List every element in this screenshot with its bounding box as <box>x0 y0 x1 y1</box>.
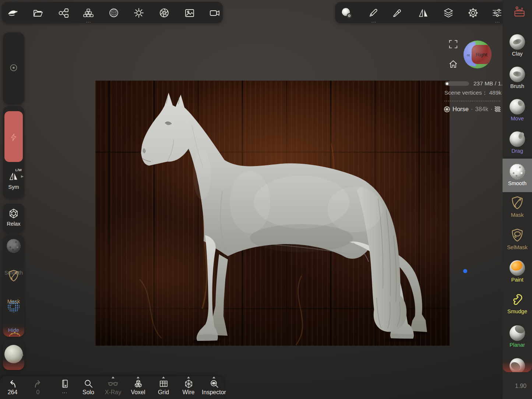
topology-more-dots: ... <box>86 19 91 23</box>
quick-smooth-icon <box>7 239 21 253</box>
redo-icon <box>33 379 43 389</box>
paint-sphere-icon <box>510 260 525 276</box>
history-button[interactable]: ... <box>53 379 77 394</box>
symmetry-icon[interactable] <box>417 7 430 19</box>
quick-tools-panel: Smooth Mask Hide <box>3 235 24 337</box>
bottom-toolbar: 264 0 ... Solo X-Ray Voxel <box>0 376 224 399</box>
wireframe-sphere-icon <box>444 106 450 113</box>
xray-label: X-Ray <box>101 389 125 396</box>
tool-drag[interactable]: Drag <box>503 131 532 154</box>
tool-smooth-selected[interactable]: Smooth <box>503 159 532 192</box>
tool-settings-gear-badge[interactable] <box>347 13 352 18</box>
solo-magnifier-icon <box>84 379 93 389</box>
tool-label: Brush <box>503 83 532 89</box>
matcap-expand-arrow[interactable]: ▶ <box>21 353 24 357</box>
object-sep2: · <box>490 106 493 113</box>
object-info-row[interactable]: Horse · 384k · <box>444 106 500 113</box>
material-brush-icon[interactable] <box>391 7 404 19</box>
radius-icon <box>10 64 18 72</box>
viewport-3d[interactable] <box>95 81 450 346</box>
material-icon[interactable] <box>108 7 120 19</box>
wire-label: Wire <box>177 389 200 396</box>
sym-mirror-icon[interactable] <box>8 172 19 181</box>
history-more-dots: ... <box>53 389 77 394</box>
grid-icon <box>159 379 169 389</box>
quick-smooth-button[interactable]: Smooth <box>3 239 24 259</box>
quick-hide-button[interactable]: Hide <box>3 301 24 318</box>
voxel-cubes-icon <box>133 379 143 389</box>
wire-button[interactable]: Wire <box>177 379 200 396</box>
xray-caret <box>112 377 114 378</box>
relax-button[interactable]: Relax <box>3 204 24 233</box>
radius-slider-panel[interactable] <box>3 32 24 105</box>
quick-hide-icon <box>7 301 20 313</box>
grid-label: Grid <box>152 389 175 396</box>
tool-label: Move <box>503 116 532 121</box>
tool-brush[interactable]: Brush <box>503 67 532 89</box>
toolbar-right: ... ... <box>335 2 507 23</box>
files-icon[interactable] <box>32 7 44 19</box>
hud-divider <box>444 101 500 101</box>
drag-sphere-icon <box>510 131 525 147</box>
tool-label: SelMask <box>503 244 532 250</box>
redo-count: 0 <box>26 389 50 396</box>
stroke-pencil-icon[interactable]: ... <box>367 7 380 19</box>
active-tool-icon[interactable] <box>340 7 353 19</box>
object-vertex-count: 384k <box>475 106 489 113</box>
matcap-panel[interactable]: ▶ <box>3 340 24 370</box>
scene-graph-icon[interactable] <box>57 7 70 19</box>
home-view-icon[interactable] <box>448 59 458 68</box>
inspector-eye-icon <box>209 379 219 389</box>
checker-material-icon <box>495 106 500 112</box>
undo-button[interactable]: 264 <box>1 379 24 396</box>
background-image-icon[interactable] <box>183 7 196 19</box>
scene-vertices-text: Scene vertices： 489k <box>444 89 501 97</box>
app-version: 1.90 <box>515 383 526 389</box>
intensity-sym-panel: L/W ▶ Sym <box>3 106 24 199</box>
fullscreen-icon[interactable] <box>449 40 458 49</box>
grid-button[interactable]: Grid <box>152 379 175 396</box>
settings-gear-icon[interactable] <box>467 7 479 19</box>
solo-button[interactable]: Solo <box>77 379 100 396</box>
postprocess-icon[interactable] <box>158 7 170 19</box>
memory-progress-knob <box>446 82 448 85</box>
tool-label: Paint <box>503 277 532 283</box>
redo-button[interactable]: 0 <box>26 379 50 396</box>
undo-count: 264 <box>1 389 24 396</box>
clay-sphere-icon <box>510 34 525 50</box>
tool-label: Drag <box>503 148 532 154</box>
lighting-icon[interactable] <box>133 7 145 19</box>
tool-selmask[interactable]: SelMask <box>503 228 532 250</box>
solo-label: Solo <box>77 389 100 396</box>
tool-label: Smudge <box>503 308 532 314</box>
tool-smudge[interactable]: Smudge <box>503 293 532 314</box>
tool-mask[interactable]: Mask <box>503 195 532 218</box>
tool-clay[interactable]: Clay <box>503 34 532 57</box>
tool-label: Mask <box>503 212 532 218</box>
sym-expand-arrow[interactable]: ▶ <box>21 174 24 178</box>
planar-sphere-icon <box>510 325 525 341</box>
camera-icon[interactable] <box>208 7 221 19</box>
nomad-logo-icon[interactable] <box>6 7 19 19</box>
tool-label: Clay <box>503 51 532 57</box>
intensity-slider[interactable] <box>4 111 23 162</box>
smooth-sphere-icon <box>510 164 525 179</box>
topology-icon[interactable]: ... <box>82 7 95 19</box>
relax-web-icon <box>8 208 19 219</box>
xray-button[interactable]: X-Ray <box>101 379 125 396</box>
gizmo-tool-partial-icon[interactable] <box>8 331 21 336</box>
tool-move[interactable]: Move <box>503 99 532 121</box>
tool-paint[interactable]: Paint <box>503 260 532 283</box>
orientation-gizmo[interactable]: Right nt <box>463 40 492 71</box>
interface-sliders-icon[interactable]: ... <box>491 7 503 19</box>
xray-glasses-icon <box>108 379 118 389</box>
tool-label: Smooth <box>503 180 532 186</box>
wire-caret <box>187 377 190 378</box>
voxel-button[interactable]: Voxel <box>126 379 150 396</box>
debug-toolbox-icon[interactable] <box>513 6 526 18</box>
tool-partial-next[interactable] <box>503 358 532 372</box>
tool-planar[interactable]: Planar <box>503 325 532 348</box>
quick-mask-button[interactable]: Mask <box>3 269 24 289</box>
inspector-button[interactable]: Inspector <box>200 379 228 396</box>
layers-icon[interactable] <box>442 7 455 19</box>
